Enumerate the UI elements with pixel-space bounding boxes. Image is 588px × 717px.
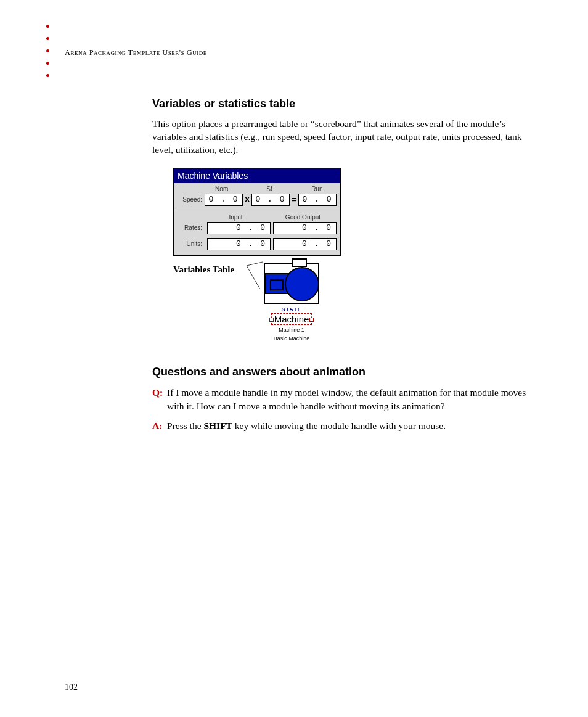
machine-module-block: STATE Machine Machine 1 Basic Machine: [264, 263, 319, 343]
a-text-post: key while moving the module handle with …: [232, 420, 446, 431]
cell-speed-run: 0 . 0: [298, 194, 337, 206]
machine-name: Machine: [274, 314, 309, 324]
margin-bullet-dots: [46, 25, 49, 86]
col-header-sf: Sf: [250, 186, 288, 192]
page-number: 102: [65, 682, 78, 692]
q-tag: Q:: [152, 386, 167, 412]
qa-answer-row: A: Press the SHIFT key while moving the …: [152, 419, 528, 433]
leader-line-icon: [245, 261, 264, 298]
machine-name-box: Machine: [271, 313, 312, 325]
qa-question-row: Q: If I move a module handle in my model…: [152, 386, 528, 412]
cell-speed-sf: 0 . 0: [251, 194, 290, 206]
panel-title: Machine Variables: [174, 168, 340, 183]
col-header-input: Input: [202, 214, 269, 221]
a-tag: A:: [152, 419, 167, 433]
cell-units-input: 0 . 0: [207, 238, 271, 250]
col-header-run: Run: [298, 186, 337, 192]
machine-variables-panel: Machine Variables Nom Sf Run Speed: 0 . …: [173, 168, 341, 256]
operator-equals: =: [290, 195, 298, 204]
section-heading-variables: Variables or statistics table: [152, 97, 528, 110]
cell-units-output: 0 . 0: [273, 238, 337, 250]
col-header-nom: Nom: [202, 186, 241, 192]
machine-sub2: Basic Machine: [264, 335, 319, 342]
running-header-text: Arena Packaging Template User's Guide: [65, 48, 207, 57]
col-header-good-output: Good Output: [269, 214, 337, 221]
q-text: If I move a module handle in my model wi…: [167, 386, 528, 412]
running-header: Arena Packaging Template User's Guide: [65, 48, 207, 57]
a-text-pre: Press the: [167, 420, 203, 431]
a-text: Press the SHIFT key while moving the mod…: [167, 419, 528, 433]
panel-speed-section: Nom Sf Run Speed: 0 . 0 X 0 . 0 = 0 . 0: [174, 183, 340, 211]
section-heading-qa: Questions and answers about animation: [152, 366, 528, 379]
cell-rates-input: 0 . 0: [207, 222, 271, 234]
row-label-rates: Rates:: [178, 224, 205, 231]
panel-rates-section: Input Good Output Rates: 0 . 0 0 . 0 Uni…: [174, 211, 340, 255]
operator-multiply: X: [243, 195, 251, 204]
machine-icon: [264, 263, 319, 304]
figure-caption: Variables Table: [173, 264, 234, 275]
section-paragraph-variables: This option places a prearranged table o…: [152, 118, 528, 157]
state-label: STATE: [264, 306, 319, 313]
machine-sub1: Machine 1: [264, 327, 319, 334]
a-text-bold: SHIFT: [203, 420, 232, 431]
row-label-speed: Speed:: [178, 196, 205, 203]
cell-rates-output: 0 . 0: [273, 222, 337, 234]
row-label-units: Units:: [178, 240, 205, 247]
cell-speed-nom: 0 . 0: [205, 194, 243, 206]
figure-area: Machine Variables Nom Sf Run Speed: 0 . …: [173, 168, 528, 343]
